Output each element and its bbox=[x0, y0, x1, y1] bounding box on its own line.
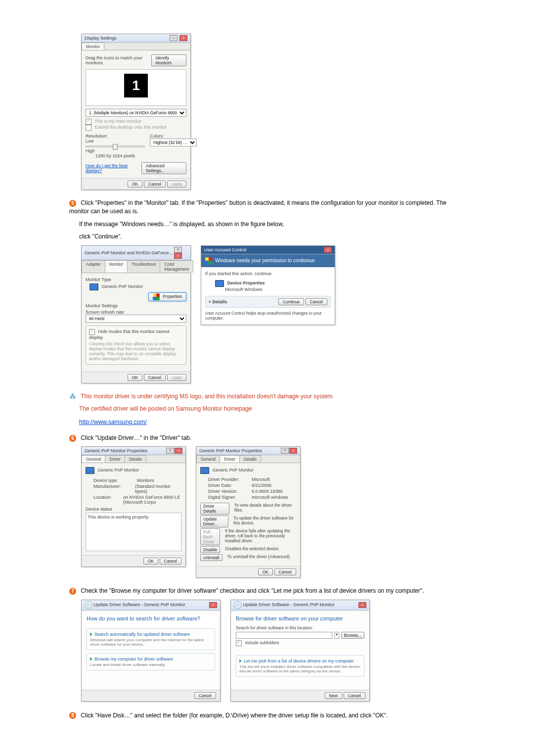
driver-version-label: Driver Version: bbox=[208, 489, 247, 494]
tab-monitor[interactable]: Monitor bbox=[82, 43, 104, 50]
update-driver-button[interactable]: Update Driver... bbox=[200, 516, 228, 527]
step-7-text: Check the "Browse my computer for driver… bbox=[81, 587, 424, 594]
hide-modes-label: Hide modes that this monitor cannot disp… bbox=[89, 329, 170, 340]
disable-desc: Disables the selected device. bbox=[225, 546, 279, 553]
tab-color-management[interactable]: Color Management bbox=[160, 260, 193, 273]
cancel-button[interactable]: Cancel bbox=[144, 374, 166, 381]
colors-select[interactable]: Highest (32 bit) … bbox=[150, 139, 197, 146]
note-line-2: The certified driver will be posted on S… bbox=[79, 405, 465, 413]
back-icon[interactable]: ← bbox=[85, 601, 92, 609]
ok-button[interactable]: OK bbox=[258, 568, 273, 575]
cancel-button[interactable]: Cancel bbox=[160, 558, 181, 565]
update-driver-wizard-2: ← Update Driver Software - Generic PnP M… bbox=[230, 600, 370, 702]
tab-general[interactable]: General bbox=[196, 455, 220, 463]
cancel-button[interactable]: Cancel bbox=[144, 181, 166, 188]
uac-footer: User Account Control helps stop unauthor… bbox=[205, 311, 331, 321]
ok-button[interactable]: OK bbox=[143, 558, 158, 565]
step-6-text: Click "Update Driver…" in the "Driver" t… bbox=[81, 434, 191, 441]
include-subfolders-checkbox[interactable] bbox=[236, 640, 242, 646]
device-status-box: This device is working properly. bbox=[86, 513, 181, 551]
close-icon[interactable]: × bbox=[289, 448, 297, 454]
help-icon[interactable]: ? bbox=[174, 247, 182, 253]
driver-provider-value: Microsoft bbox=[252, 477, 270, 482]
close-icon[interactable]: × bbox=[175, 448, 182, 454]
monitor-preview-1[interactable]: 1 bbox=[124, 74, 148, 97]
option-auto-search[interactable]: Search automatically for updated driver … bbox=[87, 628, 215, 650]
window-titlebar: Display Settings – × bbox=[82, 34, 190, 43]
tab-monitor[interactable]: Monitor bbox=[105, 260, 128, 273]
breadcrumb: Update Driver Software - Generic PnP Mon… bbox=[243, 602, 335, 607]
location-label: Location: bbox=[93, 495, 118, 505]
properties-button[interactable]: Properties bbox=[148, 292, 186, 301]
device-icon bbox=[215, 280, 224, 287]
resolution-value: 1280 by 1024 pixels bbox=[86, 153, 145, 158]
cancel-button[interactable]: Cancel bbox=[344, 692, 365, 699]
tab-driver[interactable]: Driver bbox=[105, 455, 125, 463]
option-pick-from-list[interactable]: Let me pick from a list of device driver… bbox=[236, 655, 364, 677]
tab-general[interactable]: General bbox=[82, 455, 105, 463]
uninstall-button[interactable]: Uninstall bbox=[200, 554, 222, 561]
tab-adapter[interactable]: Adapter bbox=[82, 260, 105, 273]
close-icon[interactable]: × bbox=[358, 602, 366, 608]
cancel-button[interactable]: Cancel bbox=[306, 298, 327, 305]
option-browse-computer[interactable]: Browse my computer for driver software L… bbox=[87, 653, 215, 670]
step-7-bullet: 7 bbox=[69, 588, 76, 595]
continue-button[interactable]: Continue bbox=[278, 298, 304, 305]
cancel-button[interactable]: Cancel bbox=[274, 568, 296, 575]
samsung-link[interactable]: http://www.samsung.com/ bbox=[79, 419, 147, 425]
rollback-driver-button: Roll Back Driver bbox=[200, 528, 220, 545]
display-device-select[interactable]: 1. (Multiple Monitors) on NVIDIA GeForce… bbox=[86, 109, 186, 117]
refresh-rate-label: Screen refresh rate: bbox=[86, 310, 186, 315]
tab-troubleshoot[interactable]: Troubleshoot bbox=[127, 260, 160, 273]
devtype-label: Device type: bbox=[93, 478, 132, 483]
back-icon[interactable]: ← bbox=[234, 601, 242, 609]
refresh-rate-select[interactable]: 60 Hertz bbox=[86, 315, 186, 323]
step-7-figures: ← Update Driver Software - Generic PnP M… bbox=[81, 600, 465, 702]
hide-modes-checkbox[interactable] bbox=[89, 329, 95, 335]
uac-details-toggle[interactable]: Details bbox=[213, 299, 227, 304]
help-icon[interactable]: ? bbox=[166, 448, 174, 454]
step-6-figures: Generic PnP Monitor Properties ?× Genera… bbox=[81, 446, 465, 578]
best-display-link[interactable]: How do I get the best display? bbox=[86, 163, 141, 173]
tab-details[interactable]: Details bbox=[125, 455, 146, 463]
device-name: Generic PnP Monitor bbox=[213, 468, 254, 473]
step-5-text-3: click "Continue". bbox=[79, 233, 465, 241]
main-monitor-checkbox bbox=[86, 119, 91, 125]
chevron-down-icon[interactable]: ▾ bbox=[209, 299, 213, 304]
driver-details-button[interactable]: Driver Details bbox=[200, 503, 229, 515]
disable-button[interactable]: Disable bbox=[200, 546, 220, 553]
resolution-slider[interactable] bbox=[86, 145, 145, 147]
advanced-settings-button[interactable]: Advanced Settings... bbox=[141, 162, 186, 174]
cancel-button[interactable]: Cancel bbox=[194, 692, 216, 699]
path-dropdown-icon[interactable]: ▾ bbox=[334, 632, 339, 639]
colors-label: Colors: bbox=[150, 134, 197, 139]
monitor-type-heading: Monitor Type bbox=[86, 277, 186, 282]
close-icon[interactable]: × bbox=[324, 247, 332, 253]
minimize-icon[interactable]: – bbox=[170, 35, 178, 41]
identify-monitors-button[interactable]: Identify Monitors bbox=[151, 54, 186, 66]
driver-path-input[interactable] bbox=[236, 632, 332, 639]
extend-desktop-label: Extend the desktop onto this monitor bbox=[95, 125, 167, 130]
digital-signer-value: microsoft windows bbox=[252, 495, 288, 500]
include-subfolders-label: Include subfolders bbox=[245, 640, 279, 645]
drag-hint: Drag the icons to match your monitors. bbox=[86, 55, 151, 65]
help-icon[interactable]: ? bbox=[281, 448, 289, 454]
next-button[interactable]: Next bbox=[325, 692, 342, 699]
tab-details[interactable]: Details bbox=[239, 455, 261, 463]
driver-date-value: 6/21/2006 bbox=[252, 483, 271, 488]
close-icon[interactable]: × bbox=[179, 35, 187, 41]
browse-button[interactable]: Browse... bbox=[341, 632, 364, 639]
step-6: 6 Click "Update Driver…" in the "Driver"… bbox=[69, 434, 465, 442]
step-5-bullet: 5 bbox=[69, 200, 76, 207]
driver-details-desc: To view details about the driver files. bbox=[234, 503, 296, 515]
ok-button[interactable]: OK bbox=[128, 181, 142, 188]
update-driver-desc: To update the driver software for this d… bbox=[233, 516, 296, 527]
monitor-icon bbox=[89, 284, 98, 290]
ok-button[interactable]: OK bbox=[128, 374, 142, 381]
tab-driver[interactable]: Driver bbox=[220, 455, 240, 463]
close-icon[interactable]: × bbox=[209, 602, 217, 608]
close-icon[interactable]: × bbox=[174, 253, 182, 259]
window-title: User Account Control bbox=[204, 247, 246, 252]
uninstall-desc: To uninstall the driver (Advanced). bbox=[227, 554, 291, 561]
window-title: Generic PnP Monitor Properties bbox=[199, 448, 262, 453]
